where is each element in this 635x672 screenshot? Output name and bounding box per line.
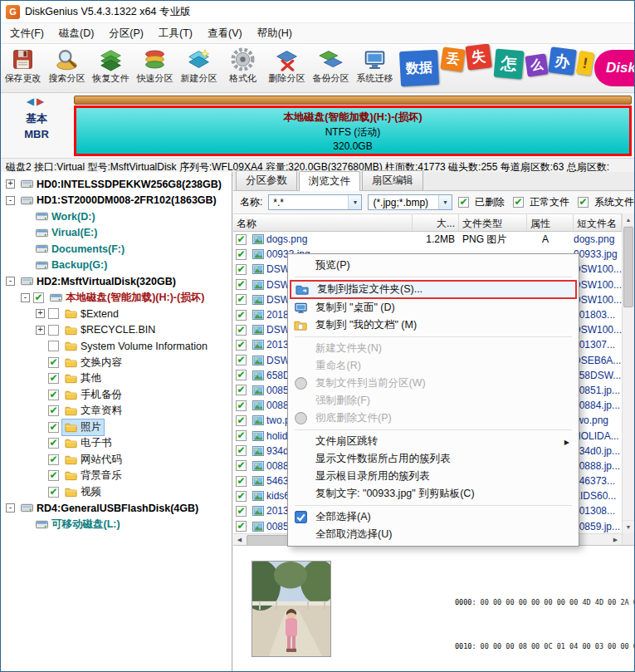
tree-checkbox[interactable] — [48, 308, 59, 319]
tree-item[interactable]: 其他 — [1, 370, 232, 387]
tree-item[interactable]: Backup(G:) — [1, 258, 232, 274]
tree-item[interactable]: System Volume Information — [1, 338, 232, 355]
tree-checkbox[interactable] — [48, 470, 59, 481]
name-pattern-combobox[interactable]: *.* — [268, 194, 362, 210]
tree-checkbox[interactable] — [48, 454, 59, 465]
context-menu-item[interactable] — [290, 334, 577, 340]
file-checkbox[interactable] — [236, 370, 247, 380]
tree-expander-icon[interactable] — [6, 277, 15, 286]
tree-checkbox[interactable] — [48, 438, 59, 449]
toolbar-button[interactable]: 搜索分区 — [45, 44, 89, 92]
file-row[interactable]: dogs.png 1.2MB PNG 图片 A dogs.png — [233, 232, 622, 247]
file-checkbox[interactable] — [236, 355, 247, 365]
tree-expander-icon[interactable] — [36, 326, 45, 335]
context-menu-item[interactable]: 复制文件到当前分区(W) — [290, 375, 577, 392]
file-checkbox[interactable] — [236, 294, 247, 305]
tree-checkbox[interactable] — [48, 390, 59, 400]
tree-item[interactable]: 本地磁盘(智能加载)(H:)-(损坏) — [1, 290, 232, 307]
menubar-item[interactable]: 分区(P) — [101, 24, 151, 43]
file-checkbox[interactable] — [236, 400, 247, 411]
menubar-item[interactable]: 磁盘(D) — [51, 24, 101, 43]
column-header[interactable]: 短文件名 — [574, 214, 622, 231]
selected-partition-block[interactable]: 本地磁盘(智能加载)(H:)-(损坏) NTFS (活动) 320.0GB — [74, 105, 632, 156]
tree-checkbox[interactable] — [48, 325, 59, 336]
context-menu-item[interactable] — [290, 274, 577, 280]
tree-expander-icon[interactable] — [6, 196, 15, 205]
column-header[interactable]: 名称 — [233, 214, 413, 231]
file-checkbox[interactable] — [236, 340, 247, 351]
promo-banner[interactable]: 数据丢失怎么办! Disk — [397, 44, 634, 92]
context-menu-item[interactable]: 重命名(R) — [290, 357, 577, 375]
file-checkbox[interactable] — [236, 249, 247, 260]
tree-item[interactable]: Virual(E:) — [1, 225, 232, 242]
menubar-item[interactable]: 帮助(H) — [250, 24, 300, 43]
menubar-item[interactable]: 文件(F) — [2, 24, 51, 43]
tree-checkbox[interactable] — [48, 341, 59, 351]
file-checkbox[interactable] — [236, 445, 247, 456]
file-checkbox[interactable] — [236, 521, 247, 532]
disk-capacity-strip[interactable] — [74, 96, 632, 105]
scroll-left-icon[interactable] — [233, 534, 246, 545]
menubar-item[interactable]: 工具(T) — [151, 24, 200, 43]
context-menu-item[interactable]: 复制到指定文件夹(S)... — [290, 280, 577, 299]
tree-checkbox[interactable] — [48, 357, 59, 368]
tree-item[interactable]: RD4:GeneralUSBFlashDisk(4GB) — [1, 500, 232, 517]
dropdown-arrow-icon[interactable] — [348, 195, 361, 209]
scroll-right-icon[interactable] — [609, 534, 622, 545]
file-checkbox[interactable] — [236, 415, 247, 426]
file-checkbox[interactable] — [236, 325, 247, 336]
tab-item[interactable]: 分区参数 — [236, 170, 297, 190]
scroll-down-icon[interactable] — [623, 520, 634, 533]
prev-disk-arrow-icon[interactable]: ◀ — [27, 96, 37, 107]
context-menu-item[interactable]: 全部选择(A) — [290, 508, 577, 526]
tree-checkbox[interactable] — [33, 292, 44, 303]
context-menu-item[interactable]: 全部取消选择(U) — [290, 526, 577, 543]
tree-expander-icon[interactable] — [6, 179, 15, 189]
tree-item[interactable]: HD2:MsftVirtualDisk(320GB) — [1, 273, 232, 290]
file-checkbox[interactable] — [236, 310, 247, 321]
toolbar-button[interactable]: 快速分区 — [133, 44, 177, 92]
filter-flag[interactable]: 系统文件 — [578, 195, 634, 209]
tree-item[interactable]: 电子书 — [1, 435, 232, 452]
tree-item[interactable]: 视频 — [1, 484, 232, 501]
tree-expander-icon[interactable] — [21, 293, 30, 302]
tree-item[interactable]: Documents(F:) — [1, 241, 232, 258]
tab-item[interactable]: 扇区编辑 — [362, 170, 423, 190]
tree-checkbox[interactable] — [48, 405, 59, 416]
file-checkbox[interactable] — [236, 234, 247, 245]
toolbar-button[interactable]: 保存更改 — [1, 44, 45, 92]
column-header[interactable]: 大... — [413, 214, 459, 231]
toolbar-button[interactable]: 备份分区 — [309, 44, 353, 92]
column-header[interactable]: 属性 — [527, 214, 574, 231]
context-menu-item[interactable] — [290, 503, 577, 508]
context-menu-item[interactable]: 文件扇区跳转 — [290, 433, 577, 450]
context-menu-item[interactable]: 新建文件夹(N) — [290, 340, 577, 357]
tab-item[interactable]: 浏览文件 — [299, 171, 360, 191]
tree-checkbox[interactable] — [48, 373, 59, 384]
context-menu-item[interactable]: 彻底删除文件(P) — [290, 410, 577, 427]
tree-item[interactable]: 文章资料 — [1, 403, 232, 419]
toolbar-button[interactable]: 格式化 — [221, 44, 265, 92]
context-menu-item[interactable]: 复制文字: "00933.jpg" 到剪贴板(C) — [290, 485, 577, 503]
tree-expander-icon[interactable] — [36, 309, 45, 318]
scroll-up-icon[interactable] — [623, 213, 634, 227]
context-menu-item[interactable]: 强制删除(F) — [290, 392, 577, 410]
file-checkbox[interactable] — [236, 491, 247, 502]
tree-item[interactable]: 背景音乐 — [1, 468, 232, 484]
file-checkbox[interactable] — [236, 279, 247, 290]
file-checkbox[interactable] — [236, 460, 247, 471]
context-menu-item[interactable] — [290, 427, 577, 433]
dropdown-arrow-icon[interactable] — [438, 195, 452, 209]
toolbar-button[interactable]: 删除分区 — [265, 44, 309, 92]
filter-checkbox[interactable] — [578, 197, 589, 208]
tree-item[interactable]: $Extend — [1, 306, 232, 322]
tree-item[interactable]: HD1:ST2000DM008-2FR102(1863GB) — [1, 193, 232, 209]
context-menu-item[interactable]: 预览(P) — [290, 257, 577, 274]
tree-item[interactable]: 手机备份 — [1, 387, 232, 404]
context-menu-item[interactable]: 显示根目录所用的簇列表 — [290, 468, 577, 485]
tree-item[interactable]: 交换内容 — [1, 355, 232, 371]
filter-checkbox[interactable] — [458, 197, 469, 208]
file-checkbox[interactable] — [236, 476, 247, 487]
context-menu-item[interactable]: 复制到 "我的文档" (M) — [290, 316, 577, 334]
filter-checkbox[interactable] — [513, 197, 524, 208]
